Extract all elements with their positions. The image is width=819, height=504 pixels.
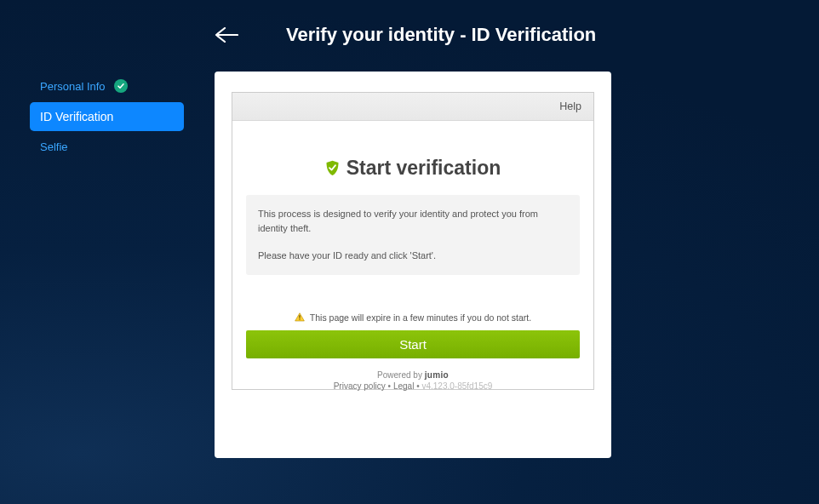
powered-by-row: Powered by jumio <box>232 370 593 380</box>
legal-link[interactable]: Legal <box>393 381 414 391</box>
sidebar-item-personal-info[interactable]: Personal Info <box>30 72 184 100</box>
page-title: Verify your identity - ID Verification <box>286 24 596 46</box>
help-link[interactable]: Help <box>559 100 581 112</box>
version-text: v4.123.0-85fd15c9 <box>421 381 492 391</box>
shield-check-icon <box>325 160 340 176</box>
content-panel: Help Start verification This process is … <box>215 72 611 458</box>
svg-rect-1 <box>299 318 300 319</box>
sidebar-item-label: Selfie <box>40 140 68 153</box>
verification-heading: Start verification <box>346 157 501 180</box>
warning-triangle-icon <box>295 312 305 324</box>
privacy-policy-link[interactable]: Privacy policy <box>334 381 386 391</box>
verification-heading-row: Start verification <box>232 157 593 180</box>
expire-warning-row: This page will expire in a few minutes i… <box>232 312 593 324</box>
info-text-line1: This process is designed to verify your … <box>258 207 568 235</box>
sidebar-item-selfie[interactable]: Selfie <box>30 133 184 161</box>
back-arrow-icon[interactable] <box>215 27 238 43</box>
sidebar-item-id-verification[interactable]: ID Verification <box>30 102 184 131</box>
main-layout: Personal Info ID Verification Selfie Hel… <box>0 46 819 458</box>
check-circle-icon <box>114 79 128 93</box>
info-text-line2: Please have your ID ready and click 'Sta… <box>258 249 568 263</box>
legal-row: Privacy policy • Legal • v4.123.0-85fd15… <box>232 381 593 391</box>
sidebar: Personal Info ID Verification Selfie <box>0 72 186 163</box>
svg-rect-0 <box>299 315 300 318</box>
verification-frame: Help Start verification This process is … <box>232 92 594 390</box>
sidebar-item-label: Personal Info <box>40 80 106 93</box>
expire-warning-text: This page will expire in a few minutes i… <box>310 312 531 323</box>
powered-by-prefix: Powered by <box>377 370 425 380</box>
sidebar-item-label: ID Verification <box>40 110 113 123</box>
separator: • <box>386 381 393 391</box>
verification-info-box: This process is designed to verify your … <box>246 195 580 275</box>
page-header: Verify your identity - ID Verification <box>0 0 819 46</box>
powered-by-brand: jumio <box>425 370 449 380</box>
frame-topbar: Help <box>232 93 593 121</box>
start-button[interactable]: Start <box>246 330 580 358</box>
